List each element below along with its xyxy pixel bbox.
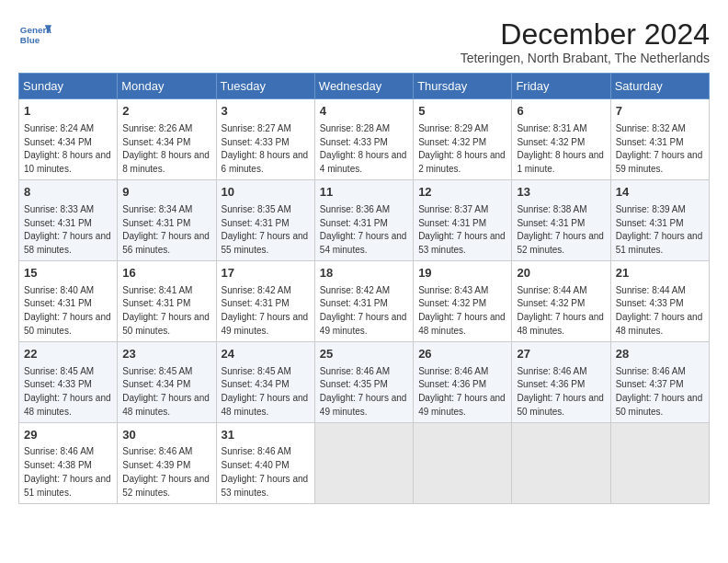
day-number: 3: [222, 103, 310, 120]
calendar-cell: 30Sunrise: 8:46 AMSunset: 4:39 PMDayligh…: [118, 422, 216, 503]
day-number: 27: [517, 346, 605, 362]
calendar-cell: 12Sunrise: 8:37 AMSunset: 4:31 PMDayligh…: [414, 180, 512, 261]
calendar-cell: [314, 422, 413, 503]
calendar-cell: 28Sunrise: 8:46 AMSunset: 4:37 PMDayligh…: [610, 341, 709, 422]
calendar-cell: 29Sunrise: 8:46 AMSunset: 4:38 PMDayligh…: [19, 422, 118, 503]
col-header-thursday: Thursday: [414, 74, 512, 99]
day-number: 1: [24, 103, 112, 120]
calendar-cell: [512, 422, 610, 503]
day-number: 22: [24, 346, 112, 362]
day-info: Sunrise: 8:44 AMSunset: 4:32 PMDaylight:…: [517, 285, 604, 337]
col-header-friday: Friday: [512, 74, 610, 99]
day-number: 4: [320, 103, 408, 120]
day-number: 29: [24, 427, 112, 443]
calendar-cell: 5Sunrise: 8:29 AMSunset: 4:32 PMDaylight…: [414, 99, 512, 180]
day-number: 2: [122, 103, 210, 120]
day-info: Sunrise: 8:32 AMSunset: 4:31 PMDaylight:…: [616, 123, 703, 175]
day-number: 18: [320, 265, 408, 282]
day-info: Sunrise: 8:46 AMSunset: 4:38 PMDaylight:…: [24, 446, 111, 498]
day-number: 16: [122, 265, 210, 282]
calendar-week-row: 8Sunrise: 8:33 AMSunset: 4:31 PMDaylight…: [19, 180, 710, 261]
calendar-cell: 15Sunrise: 8:40 AMSunset: 4:31 PMDayligh…: [19, 261, 118, 342]
calendar-week-row: 22Sunrise: 8:45 AMSunset: 4:33 PMDayligh…: [19, 341, 710, 422]
day-info: Sunrise: 8:41 AMSunset: 4:31 PMDaylight:…: [122, 285, 210, 337]
calendar-cell: 3Sunrise: 8:27 AMSunset: 4:33 PMDaylight…: [216, 99, 314, 180]
calendar-cell: 20Sunrise: 8:44 AMSunset: 4:32 PMDayligh…: [512, 261, 610, 342]
calendar-cell: 1Sunrise: 8:24 AMSunset: 4:34 PMDaylight…: [19, 99, 118, 180]
calendar-cell: 24Sunrise: 8:45 AMSunset: 4:34 PMDayligh…: [216, 341, 314, 422]
day-number: 25: [320, 346, 408, 362]
calendar-week-row: 15Sunrise: 8:40 AMSunset: 4:31 PMDayligh…: [19, 261, 710, 342]
calendar-cell: 10Sunrise: 8:35 AMSunset: 4:31 PMDayligh…: [216, 180, 314, 261]
calendar-cell: 16Sunrise: 8:41 AMSunset: 4:31 PMDayligh…: [118, 261, 216, 342]
day-info: Sunrise: 8:38 AMSunset: 4:31 PMDaylight:…: [517, 204, 604, 256]
day-number: 13: [517, 184, 605, 201]
col-header-wednesday: Wednesday: [314, 74, 413, 99]
day-info: Sunrise: 8:44 AMSunset: 4:33 PMDaylight:…: [616, 285, 703, 337]
calendar-cell: 9Sunrise: 8:34 AMSunset: 4:31 PMDaylight…: [118, 180, 216, 261]
day-info: Sunrise: 8:46 AMSunset: 4:36 PMDaylight:…: [418, 366, 506, 418]
calendar-cell: 7Sunrise: 8:32 AMSunset: 4:31 PMDaylight…: [610, 99, 709, 180]
day-number: 10: [222, 184, 310, 201]
day-info: Sunrise: 8:42 AMSunset: 4:31 PMDaylight:…: [222, 285, 309, 337]
col-header-sunday: Sunday: [19, 74, 118, 99]
day-info: Sunrise: 8:46 AMSunset: 4:40 PMDaylight:…: [222, 446, 309, 498]
day-number: 8: [24, 184, 112, 201]
day-number: 24: [222, 346, 310, 362]
calendar-cell: 4Sunrise: 8:28 AMSunset: 4:33 PMDaylight…: [314, 99, 413, 180]
calendar-cell: 14Sunrise: 8:39 AMSunset: 4:31 PMDayligh…: [610, 180, 709, 261]
day-number: 20: [517, 265, 605, 282]
day-number: 15: [24, 265, 112, 282]
day-number: 5: [418, 103, 506, 120]
day-info: Sunrise: 8:43 AMSunset: 4:32 PMDaylight:…: [418, 285, 506, 337]
day-number: 21: [616, 265, 704, 282]
day-info: Sunrise: 8:24 AMSunset: 4:34 PMDaylight:…: [24, 123, 111, 175]
calendar-cell: 11Sunrise: 8:36 AMSunset: 4:31 PMDayligh…: [314, 180, 413, 261]
day-number: 12: [418, 184, 506, 201]
calendar-cell: 17Sunrise: 8:42 AMSunset: 4:31 PMDayligh…: [216, 261, 314, 342]
day-info: Sunrise: 8:34 AMSunset: 4:31 PMDaylight:…: [122, 204, 210, 256]
logo-icon: General Blue: [18, 18, 51, 52]
day-info: Sunrise: 8:40 AMSunset: 4:31 PMDaylight:…: [24, 285, 111, 337]
day-info: Sunrise: 8:39 AMSunset: 4:31 PMDaylight:…: [616, 204, 703, 256]
day-info: Sunrise: 8:33 AMSunset: 4:31 PMDaylight:…: [24, 204, 111, 256]
calendar-header-row: SundayMondayTuesdayWednesdayThursdayFrid…: [19, 74, 710, 99]
month-year-title: December 2024: [461, 18, 710, 51]
day-number: 30: [122, 427, 210, 443]
day-info: Sunrise: 8:26 AMSunset: 4:34 PMDaylight:…: [122, 123, 210, 175]
day-info: Sunrise: 8:46 AMSunset: 4:37 PMDaylight:…: [616, 366, 703, 418]
svg-text:Blue: Blue: [20, 35, 40, 45]
calendar-cell: [610, 422, 709, 503]
day-number: 9: [122, 184, 210, 201]
calendar-table: SundayMondayTuesdayWednesdayThursdayFrid…: [18, 73, 710, 504]
calendar-week-row: 29Sunrise: 8:46 AMSunset: 4:38 PMDayligh…: [19, 422, 710, 503]
day-info: Sunrise: 8:42 AMSunset: 4:31 PMDaylight:…: [320, 285, 407, 337]
day-info: Sunrise: 8:45 AMSunset: 4:34 PMDaylight:…: [122, 366, 210, 418]
day-number: 11: [320, 184, 408, 201]
day-number: 31: [222, 427, 310, 443]
day-number: 28: [616, 346, 704, 362]
day-info: Sunrise: 8:36 AMSunset: 4:31 PMDaylight:…: [320, 204, 407, 256]
calendar-cell: 2Sunrise: 8:26 AMSunset: 4:34 PMDaylight…: [118, 99, 216, 180]
col-header-tuesday: Tuesday: [216, 74, 314, 99]
day-number: 6: [517, 103, 605, 120]
day-info: Sunrise: 8:29 AMSunset: 4:32 PMDaylight:…: [418, 123, 506, 175]
title-section: December 2024 Teteringen, North Brabant,…: [461, 18, 710, 65]
day-info: Sunrise: 8:35 AMSunset: 4:31 PMDaylight:…: [222, 204, 309, 256]
logo: General Blue: [18, 18, 51, 52]
day-info: Sunrise: 8:46 AMSunset: 4:36 PMDaylight:…: [517, 366, 604, 418]
day-info: Sunrise: 8:37 AMSunset: 4:31 PMDaylight:…: [418, 204, 506, 256]
calendar-cell: 13Sunrise: 8:38 AMSunset: 4:31 PMDayligh…: [512, 180, 610, 261]
day-number: 19: [418, 265, 506, 282]
page-header: General Blue December 2024 Teteringen, N…: [18, 18, 710, 65]
day-info: Sunrise: 8:45 AMSunset: 4:33 PMDaylight:…: [24, 366, 111, 418]
calendar-cell: 6Sunrise: 8:31 AMSunset: 4:32 PMDaylight…: [512, 99, 610, 180]
day-number: 23: [122, 346, 210, 362]
calendar-cell: 21Sunrise: 8:44 AMSunset: 4:33 PMDayligh…: [610, 261, 709, 342]
calendar-cell: 25Sunrise: 8:46 AMSunset: 4:35 PMDayligh…: [314, 341, 413, 422]
calendar-cell: 22Sunrise: 8:45 AMSunset: 4:33 PMDayligh…: [19, 341, 118, 422]
location-subtitle: Teteringen, North Brabant, The Netherlan…: [461, 51, 710, 65]
calendar-cell: 26Sunrise: 8:46 AMSunset: 4:36 PMDayligh…: [414, 341, 512, 422]
calendar-cell: 23Sunrise: 8:45 AMSunset: 4:34 PMDayligh…: [118, 341, 216, 422]
col-header-monday: Monday: [118, 74, 216, 99]
